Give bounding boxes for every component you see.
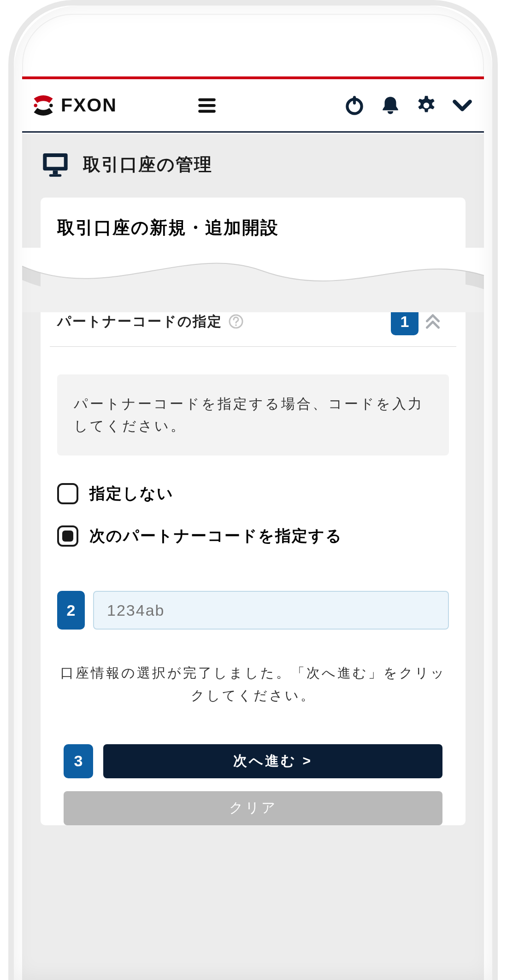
svg-rect-3 bbox=[198, 104, 216, 106]
next-button[interactable]: 次へ進む > bbox=[103, 744, 442, 778]
header-actions bbox=[343, 94, 474, 117]
page-body: 取引口座の管理 取引口座の新規・追加開設 パートナーコードの指定 bbox=[22, 134, 484, 980]
clear-button[interactable]: クリア bbox=[64, 791, 442, 825]
radio-indicator bbox=[57, 525, 78, 547]
section-label: パートナーコードの指定 bbox=[57, 312, 222, 331]
svg-rect-9 bbox=[47, 157, 64, 167]
svg-rect-6 bbox=[353, 96, 356, 105]
radio-label-none: 指定しない bbox=[89, 483, 174, 504]
step-badge-3: 3 bbox=[64, 744, 93, 778]
primary-row: 3 次へ進む > bbox=[64, 744, 442, 778]
radio-indicator bbox=[57, 483, 78, 504]
radio-option-none[interactable]: 指定しない bbox=[57, 483, 449, 504]
gear-icon[interactable] bbox=[415, 94, 438, 117]
info-box: パートナーコードを指定する場合、コードを入力してください。 bbox=[57, 374, 449, 455]
brand-word-text: FXON bbox=[61, 95, 117, 116]
svg-point-0 bbox=[34, 104, 37, 107]
completion-notice: 口座情報の選択が完了しました。「次へ進む」をクリックしてください。 bbox=[41, 630, 466, 707]
page-title-row: 取引口座の管理 bbox=[22, 134, 484, 198]
card-title: 取引口座の新規・追加開設 bbox=[41, 198, 466, 252]
partner-code-input[interactable] bbox=[93, 591, 449, 630]
brand-mark-icon bbox=[30, 93, 56, 118]
bell-icon[interactable] bbox=[379, 94, 402, 117]
phone-frame: FXON bbox=[8, 0, 498, 980]
chevron-double-up-icon[interactable] bbox=[426, 314, 440, 329]
radio-label-specify: 次のパートナーコードを指定する bbox=[89, 525, 342, 547]
phone-inner: FXON bbox=[22, 14, 484, 980]
wave-divider bbox=[41, 252, 466, 308]
radio-option-specify[interactable]: 次のパートナーコードを指定する bbox=[57, 525, 449, 547]
code-input-row: 2 bbox=[41, 586, 466, 630]
question-circle-icon[interactable] bbox=[229, 314, 243, 329]
step-badge-2: 2 bbox=[57, 591, 85, 630]
svg-point-13 bbox=[235, 324, 237, 326]
svg-rect-2 bbox=[198, 98, 216, 101]
power-icon[interactable] bbox=[343, 94, 366, 117]
brand-logo[interactable]: FXON bbox=[30, 93, 182, 118]
chevron-down-icon[interactable] bbox=[451, 94, 474, 117]
screen: FXON bbox=[22, 14, 484, 980]
form-card: 取引口座の新規・追加開設 パートナーコードの指定 bbox=[41, 198, 466, 825]
svg-rect-10 bbox=[53, 170, 58, 174]
radio-group: 指定しない 次のパートナーコードを指定する bbox=[41, 455, 466, 586]
section-header: パートナーコードの指定 1 bbox=[50, 308, 456, 347]
svg-rect-11 bbox=[49, 174, 62, 176]
menu-icon[interactable] bbox=[195, 94, 218, 117]
svg-rect-4 bbox=[198, 110, 216, 112]
actions: 3 次へ進む > クリア bbox=[41, 707, 466, 825]
app-header: FXON bbox=[22, 79, 484, 133]
monitor-icon bbox=[41, 150, 70, 179]
page-title: 取引口座の管理 bbox=[83, 153, 212, 176]
svg-point-7 bbox=[424, 102, 430, 108]
svg-point-1 bbox=[49, 104, 53, 107]
brand-wordmark: FXON bbox=[61, 95, 182, 116]
